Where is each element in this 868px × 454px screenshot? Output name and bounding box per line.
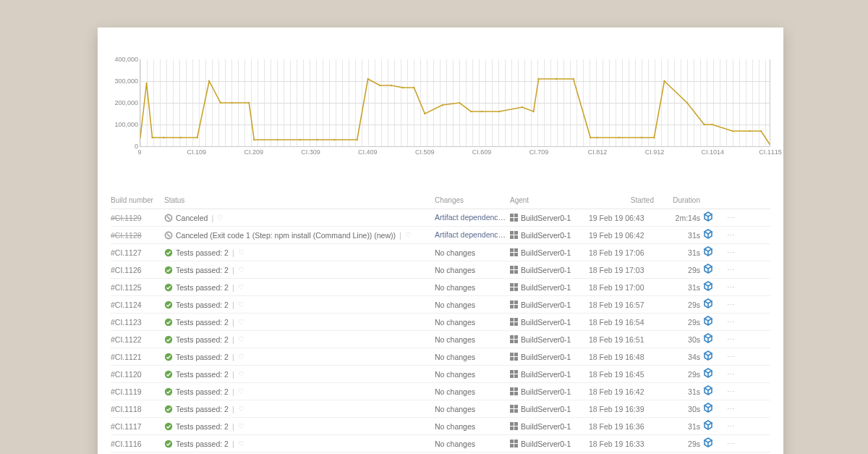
more-actions-button[interactable]: ⋯: [724, 265, 739, 275]
table-row[interactable]: #CI.1129Canceled|♡Artifact dependenc… (1…: [111, 209, 770, 227]
agent-cell[interactable]: BuildServer0-1: [510, 282, 586, 293]
more-actions-button[interactable]: ⋯: [724, 300, 739, 310]
favorite-icon[interactable]: ♡: [238, 404, 244, 414]
artifacts-button[interactable]: [703, 420, 721, 432]
agent-cell[interactable]: BuildServer0-1: [510, 248, 586, 258]
table-row[interactable]: #CI.1123Tests passed: 2|♡No changesBuild…: [111, 314, 770, 331]
favorite-icon[interactable]: ♡: [238, 265, 244, 275]
favorite-icon[interactable]: ♡: [238, 387, 244, 397]
favorite-icon[interactable]: ♡: [238, 369, 244, 379]
build-number[interactable]: #CI.1124: [111, 300, 161, 310]
artifacts-icon[interactable]: [703, 353, 713, 362]
agent-cell[interactable]: BuildServer0-1: [510, 335, 586, 345]
favorite-icon[interactable]: ♡: [238, 300, 244, 310]
favorite-icon[interactable]: ♡: [238, 282, 244, 293]
artifacts-icon[interactable]: [703, 214, 713, 223]
status-cell[interactable]: Canceled|♡: [164, 213, 432, 223]
agent-cell[interactable]: BuildServer0-1: [510, 317, 586, 327]
build-number[interactable]: #CI.1123: [111, 317, 161, 327]
status-cell[interactable]: Canceled (Exit code 1 (Step: npm install…: [164, 230, 432, 240]
col-header-build[interactable]: Build number: [111, 196, 161, 204]
build-number[interactable]: #CI.1116: [111, 439, 161, 449]
table-row[interactable]: #CI.1127Tests passed: 2|♡No changesBuild…: [111, 244, 770, 261]
build-number[interactable]: #CI.1119: [111, 387, 161, 397]
more-actions-button[interactable]: ⋯: [724, 213, 739, 223]
artifacts-icon[interactable]: [703, 301, 713, 310]
artifacts-button[interactable]: [703, 350, 721, 363]
changes-cell[interactable]: Artifact dependenc… (1) ▾: [435, 230, 507, 240]
more-actions-button[interactable]: ⋯: [724, 369, 739, 379]
agent-cell[interactable]: BuildServer0-1: [510, 265, 586, 275]
build-number[interactable]: #CI.1118: [111, 404, 161, 414]
col-header-duration[interactable]: Duration: [657, 196, 700, 204]
changes-cell[interactable]: No changes: [435, 404, 507, 414]
more-actions-button[interactable]: ⋯: [724, 421, 739, 432]
artifacts-icon[interactable]: [703, 423, 713, 432]
changes-cell[interactable]: No changes: [435, 421, 507, 432]
artifacts-button[interactable]: [703, 298, 721, 311]
favorite-icon[interactable]: ♡: [238, 352, 244, 362]
status-cell[interactable]: Tests passed: 2|♡: [164, 265, 432, 275]
agent-cell[interactable]: BuildServer0-1: [510, 404, 586, 414]
artifacts-button[interactable]: [703, 333, 721, 345]
more-actions-button[interactable]: ⋯: [724, 248, 739, 258]
table-row[interactable]: #CI.1118Tests passed: 2|♡No changesBuild…: [111, 400, 770, 418]
col-header-changes[interactable]: Changes: [435, 196, 507, 204]
table-row[interactable]: #CI.1120Tests passed: 2|♡No changesBuild…: [111, 366, 770, 383]
favorite-icon[interactable]: ♡: [238, 335, 244, 345]
more-actions-button[interactable]: ⋯: [724, 404, 739, 414]
agent-cell[interactable]: BuildServer0-1: [510, 439, 586, 449]
table-row[interactable]: #CI.1124Tests passed: 2|♡No changesBuild…: [111, 296, 770, 314]
changes-cell[interactable]: No changes: [435, 317, 507, 327]
artifacts-icon[interactable]: [703, 440, 713, 449]
col-header-started[interactable]: Started: [589, 196, 654, 204]
artifacts-icon[interactable]: [703, 232, 713, 240]
table-row[interactable]: #CI.1125Tests passed: 2|♡No changesBuild…: [111, 279, 770, 296]
changes-cell[interactable]: No changes: [435, 282, 507, 293]
artifacts-button[interactable]: [703, 229, 721, 241]
artifacts-button[interactable]: [703, 264, 721, 276]
artifacts-button[interactable]: [703, 403, 721, 415]
artifacts-button[interactable]: [703, 316, 721, 328]
build-number[interactable]: #CI.1126: [111, 265, 161, 275]
changes-cell[interactable]: No changes: [435, 265, 507, 275]
agent-cell[interactable]: BuildServer0-1: [510, 213, 586, 223]
favorite-icon[interactable]: ♡: [238, 317, 244, 327]
agent-cell[interactable]: BuildServer0-1: [510, 369, 586, 379]
artifacts-icon[interactable]: [703, 249, 713, 258]
build-number[interactable]: #CI.1125: [111, 282, 161, 293]
changes-cell[interactable]: No changes: [435, 335, 507, 345]
agent-cell[interactable]: BuildServer0-1: [510, 387, 586, 397]
agent-cell[interactable]: BuildServer0-1: [510, 230, 586, 240]
changes-cell[interactable]: No changes: [435, 439, 507, 449]
favorite-icon[interactable]: ♡: [238, 421, 244, 432]
agent-cell[interactable]: BuildServer0-1: [510, 421, 586, 432]
changes-cell[interactable]: No changes: [435, 369, 507, 379]
table-row[interactable]: #CI.1119Tests passed: 2|♡No changesBuild…: [111, 383, 770, 400]
artifacts-icon[interactable]: [703, 405, 713, 414]
artifacts-button[interactable]: [703, 281, 721, 293]
build-number[interactable]: #CI.1127: [111, 248, 161, 258]
artifacts-button[interactable]: [703, 385, 721, 398]
build-number[interactable]: #CI.1117: [111, 421, 161, 432]
table-row[interactable]: #CI.1116Tests passed: 2|♡No changesBuild…: [111, 435, 770, 453]
changes-cell[interactable]: No changes: [435, 300, 507, 310]
status-cell[interactable]: Tests passed: 2|♡: [164, 300, 432, 310]
artifacts-icon[interactable]: [703, 371, 713, 379]
agent-cell[interactable]: BuildServer0-1: [510, 352, 586, 362]
more-actions-button[interactable]: ⋯: [724, 352, 739, 362]
status-cell[interactable]: Tests passed: 2|♡: [164, 248, 432, 258]
changes-cell[interactable]: No changes: [435, 248, 507, 258]
artifacts-button[interactable]: [703, 368, 721, 380]
status-cell[interactable]: Tests passed: 2|♡: [164, 335, 432, 345]
more-actions-button[interactable]: ⋯: [724, 335, 739, 345]
col-header-agent[interactable]: Agent: [510, 196, 586, 204]
table-row[interactable]: #CI.1126Tests passed: 2|♡No changesBuild…: [111, 261, 770, 279]
favorite-icon[interactable]: ♡: [238, 439, 244, 449]
status-cell[interactable]: Tests passed: 2|♡: [164, 352, 432, 362]
artifacts-icon[interactable]: [703, 284, 713, 293]
favorite-icon[interactable]: ♡: [238, 248, 244, 258]
artifacts-icon[interactable]: [703, 266, 713, 275]
col-header-status[interactable]: Status: [164, 196, 432, 204]
more-actions-button[interactable]: ⋯: [724, 282, 739, 293]
